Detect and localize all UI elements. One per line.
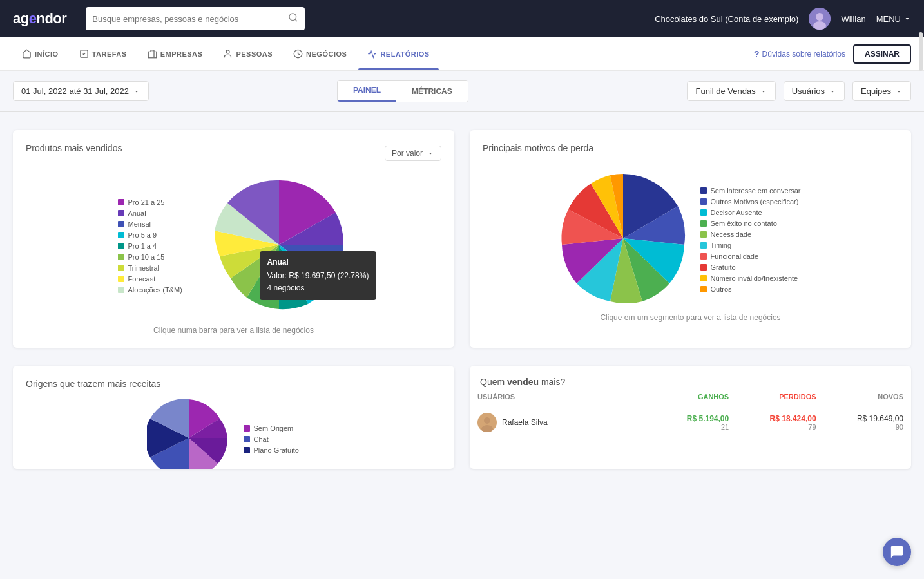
- motivos-pie-container: Sem interesse em conversar Outros Motivo…: [483, 174, 898, 305]
- legend-dot: [118, 199, 124, 205]
- equipes-filter[interactable]: Equipes: [852, 81, 911, 101]
- sidebar-item-relatorios[interactable]: RELATÓRIOS: [358, 37, 438, 70]
- produtos-hint: Clique numa barra para ver a lista de ne…: [26, 326, 441, 335]
- legend-item: Sem interesse em conversar: [700, 187, 823, 195]
- scrollbar[interactable]: [919, 32, 923, 71]
- tab-painel[interactable]: PAINEL: [338, 81, 396, 102]
- legend-dot: [118, 265, 124, 271]
- origens-title: Origens que trazem mais receitas: [26, 379, 441, 389]
- motivos-card-header: Principais motivos de perda: [483, 143, 898, 164]
- produtos-pie-chart[interactable]: Anual Valor: R$ 19.697,50 (22.78%) 4 neg…: [208, 174, 350, 318]
- motivos-pie-chart[interactable]: [559, 174, 688, 305]
- header: agendor Chocolates do Sul (Conta de exem…: [0, 0, 924, 37]
- nav-right: ? Dúvidas sobre relatórios ASSINAR: [754, 44, 911, 64]
- search-bar[interactable]: [86, 7, 305, 30]
- produtos-card: Produtos mais vendidos Por valor Pro 21 …: [13, 130, 454, 348]
- legend-item: Sem êxito no contato: [700, 220, 823, 227]
- legend-item: Pro 1 a 4: [118, 242, 195, 250]
- user-info: Rafaela Silva: [502, 418, 548, 427]
- legend-dot: [118, 287, 124, 293]
- sidebar-item-empresas[interactable]: EMPRESAS: [139, 37, 212, 70]
- assinar-button[interactable]: ASSINAR: [853, 44, 911, 64]
- usuarios-filter[interactable]: Usuários: [784, 81, 845, 101]
- tab-group: PAINEL MÉTRICAS: [337, 80, 468, 102]
- legend-item: Outros Motivos (especificar): [700, 198, 823, 205]
- vendeu-title: Quem vendeu mais?: [480, 377, 565, 387]
- legend-item: Trimestral: [118, 264, 195, 272]
- legend-dot: [118, 232, 124, 238]
- origens-card: Origens que trazem mais receitas Sem Ori…: [13, 366, 454, 469]
- sidebar-item-tarefas[interactable]: TAREFAS: [70, 37, 136, 70]
- legend-dot: [118, 210, 124, 216]
- legend-dot: [118, 276, 124, 282]
- bottom-section: Origens que trazem mais receitas Sem Ori…: [0, 366, 924, 487]
- legend-item: Outros: [700, 285, 823, 293]
- toolbar: 01 Jul, 2022 até 31 Jul, 2022 PAINEL MÉT…: [0, 71, 924, 112]
- legend-item: Chat: [244, 435, 321, 443]
- account-name: Chocolates do Sul (Conta de exemplo): [655, 14, 798, 24]
- table-row: Rafaela Silva R$ 5.194,00 21 R$ 18.424,0…: [470, 406, 911, 439]
- produtos-legend: Pro 21 a 25 Anual Mensal Pro 5 a 9 Pro 1…: [118, 198, 195, 294]
- vendeu-card: Quem vendeu mais? USUÁRIOS GANHOS PERDID…: [470, 366, 911, 469]
- sidebar-item-inicio[interactable]: INÍCIO: [13, 37, 68, 70]
- date-picker[interactable]: 01 Jul, 2022 até 31 Jul, 2022: [13, 81, 149, 101]
- sidebar-item-pessoas[interactable]: PESSOAS: [214, 37, 282, 70]
- svg-point-7: [226, 50, 229, 53]
- origens-legend: Sem Origem Chat Plano Gratuito: [244, 424, 321, 454]
- sidebar-item-negocios[interactable]: NEGÓCIOS: [284, 37, 356, 70]
- svg-rect-6: [148, 52, 157, 57]
- legend-item: Gratuito: [700, 263, 823, 271]
- legend-item: Número inválido/Inexistente: [700, 274, 823, 282]
- legend-item: Mensal: [118, 220, 195, 228]
- legend-item: Anual: [118, 209, 195, 217]
- motivos-legend: Sem interesse em conversar Outros Motivo…: [700, 187, 823, 293]
- nav: INÍCIO TAREFAS EMPRESAS PESSOAS NEGÓCIOS…: [0, 37, 924, 71]
- origens-pie-chart[interactable]: [147, 399, 231, 469]
- funil-filter[interactable]: Funil de Vendas: [687, 81, 775, 101]
- produtos-title: Produtos mais vendidos: [26, 143, 122, 153]
- avatar: [809, 8, 831, 30]
- legend-item: Pro 5 a 9: [118, 231, 195, 239]
- pie-tooltip: Anual Valor: R$ 19.697,50 (22.78%) 4 neg…: [260, 251, 377, 300]
- menu-button[interactable]: MENU: [876, 14, 911, 24]
- legend-dot: [118, 243, 124, 249]
- legend-dot: [118, 254, 124, 260]
- logo: agendor: [13, 10, 66, 27]
- legend-item: Pro 10 a 15: [118, 253, 195, 261]
- legend-item: Funcionalidade: [700, 252, 823, 260]
- motivos-title: Principais motivos de perda: [483, 143, 593, 153]
- username: Willian: [841, 14, 865, 24]
- produtos-card-header: Produtos mais vendidos Por valor: [26, 143, 441, 164]
- legend-dot: [118, 221, 124, 227]
- produtos-pie-container: Pro 21 a 25 Anual Mensal Pro 5 a 9 Pro 1…: [26, 174, 441, 318]
- origens-pie-container: Sem Origem Chat Plano Gratuito: [26, 399, 441, 469]
- help-link[interactable]: ? Dúvidas sobre relatórios: [754, 49, 845, 59]
- motivos-hint: Clique em um segmento para ver a lista d…: [483, 313, 898, 322]
- user-avatar: [477, 413, 497, 432]
- legend-item: Decisor Ausente: [700, 209, 823, 216]
- motivos-card: Principais motivos de perda: [470, 130, 911, 348]
- legend-item: Forecast: [118, 275, 195, 283]
- legend-item: Sem Origem: [244, 424, 321, 432]
- table-header: USUÁRIOS GANHOS PERDIDOS NOVOS: [470, 388, 911, 406]
- svg-point-0: [289, 14, 296, 21]
- header-right: Chocolates do Sul (Conta de exemplo) Wil…: [655, 8, 911, 30]
- legend-item: Timing: [700, 242, 823, 249]
- svg-point-10: [484, 417, 490, 424]
- search-input[interactable]: [92, 14, 284, 24]
- main-content: Produtos mais vendidos Por valor Pro 21 …: [0, 112, 924, 366]
- search-icon: [288, 12, 298, 25]
- legend-item: Plano Gratuito: [244, 446, 321, 454]
- tab-metricas[interactable]: MÉTRICAS: [396, 81, 468, 102]
- sort-dropdown[interactable]: Por valor: [385, 146, 441, 161]
- legend-item: Alocações (T&M): [118, 286, 195, 294]
- legend-item: Pro 21 a 25: [118, 198, 195, 206]
- svg-point-3: [816, 13, 823, 21]
- svg-line-1: [295, 19, 297, 21]
- legend-item: Necessidade: [700, 231, 823, 238]
